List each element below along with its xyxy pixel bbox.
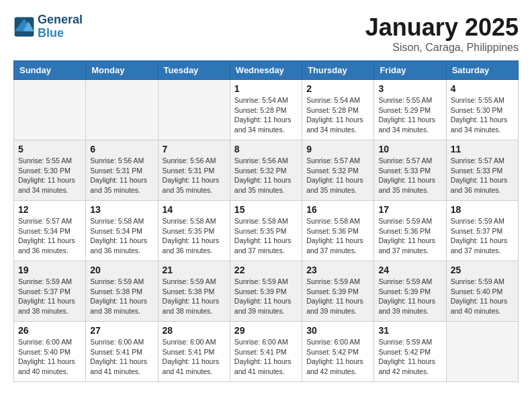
day-info: Sunrise: 5:56 AMSunset: 5:32 PMDaylight:… bbox=[234, 156, 298, 195]
month-title: January 2025 bbox=[365, 13, 519, 42]
day-number: 9 bbox=[306, 144, 369, 154]
day-info: Sunrise: 5:59 AMSunset: 5:37 PMDaylight:… bbox=[18, 277, 81, 316]
day-number: 18 bbox=[451, 204, 514, 215]
table-row: 13Sunrise: 5:58 AMSunset: 5:34 PMDayligh… bbox=[86, 201, 158, 261]
table-row: 26Sunrise: 6:00 AMSunset: 5:40 PMDayligh… bbox=[14, 322, 86, 382]
day-number: 31 bbox=[378, 325, 441, 336]
day-info: Sunrise: 5:59 AMSunset: 5:37 PMDaylight:… bbox=[451, 216, 514, 256]
day-number: 15 bbox=[234, 204, 298, 215]
day-info: Sunrise: 5:56 AMSunset: 5:31 PMDaylight:… bbox=[90, 156, 153, 195]
day-number: 21 bbox=[163, 265, 226, 275]
table-row: 6Sunrise: 5:56 AMSunset: 5:31 PMDaylight… bbox=[86, 140, 158, 201]
calendar-week-row: 1Sunrise: 5:54 AMSunset: 5:28 PMDaylight… bbox=[14, 80, 519, 140]
table-row: 30Sunrise: 6:00 AMSunset: 5:42 PMDayligh… bbox=[302, 322, 374, 382]
calendar-week-row: 19Sunrise: 5:59 AMSunset: 5:37 PMDayligh… bbox=[14, 261, 519, 322]
calendar-week-row: 12Sunrise: 5:57 AMSunset: 5:34 PMDayligh… bbox=[14, 201, 519, 261]
table-row: 7Sunrise: 5:56 AMSunset: 5:31 PMDaylight… bbox=[158, 140, 230, 201]
day-number: 24 bbox=[378, 265, 441, 275]
calendar: Sunday Monday Tuesday Wednesday Thursday… bbox=[13, 60, 519, 382]
logo-line1: General bbox=[38, 13, 83, 27]
table-row bbox=[86, 80, 158, 140]
day-number: 1 bbox=[234, 83, 298, 94]
day-number: 19 bbox=[18, 265, 81, 275]
table-row bbox=[158, 80, 230, 140]
table-row: 16Sunrise: 5:58 AMSunset: 5:36 PMDayligh… bbox=[302, 201, 374, 261]
day-number: 6 bbox=[90, 144, 153, 154]
day-number: 2 bbox=[306, 83, 369, 94]
title-section: January 2025 Sison, Caraga, Philippines bbox=[365, 13, 519, 54]
table-row: 22Sunrise: 5:59 AMSunset: 5:39 PMDayligh… bbox=[230, 261, 302, 322]
table-row bbox=[446, 322, 518, 382]
day-number: 4 bbox=[451, 83, 514, 94]
logo: General Blue bbox=[13, 13, 83, 40]
logo-icon bbox=[13, 16, 35, 38]
day-number: 27 bbox=[90, 325, 153, 336]
day-info: Sunrise: 5:57 AMSunset: 5:32 PMDaylight:… bbox=[306, 156, 369, 195]
day-info: Sunrise: 5:58 AMSunset: 5:35 PMDaylight:… bbox=[163, 216, 226, 256]
day-number: 29 bbox=[234, 325, 298, 336]
day-info: Sunrise: 5:57 AMSunset: 5:33 PMDaylight:… bbox=[378, 156, 441, 195]
day-info: Sunrise: 5:59 AMSunset: 5:39 PMDaylight:… bbox=[378, 277, 441, 316]
day-number: 5 bbox=[18, 144, 81, 154]
table-row: 29Sunrise: 6:00 AMSunset: 5:41 PMDayligh… bbox=[230, 322, 302, 382]
weekday-header-row: Sunday Monday Tuesday Wednesday Thursday… bbox=[14, 61, 519, 80]
day-info: Sunrise: 5:59 AMSunset: 5:36 PMDaylight:… bbox=[378, 216, 441, 256]
day-info: Sunrise: 5:57 AMSunset: 5:34 PMDaylight:… bbox=[18, 216, 81, 256]
table-row: 18Sunrise: 5:59 AMSunset: 5:37 PMDayligh… bbox=[446, 201, 518, 261]
table-row: 17Sunrise: 5:59 AMSunset: 5:36 PMDayligh… bbox=[374, 201, 446, 261]
day-number: 25 bbox=[451, 265, 514, 275]
day-number: 22 bbox=[234, 265, 298, 275]
day-info: Sunrise: 6:00 AMSunset: 5:42 PMDaylight:… bbox=[306, 337, 369, 377]
day-info: Sunrise: 6:00 AMSunset: 5:41 PMDaylight:… bbox=[90, 337, 153, 377]
table-row: 4Sunrise: 5:55 AMSunset: 5:30 PMDaylight… bbox=[446, 80, 518, 140]
day-number: 7 bbox=[163, 144, 226, 154]
table-row: 19Sunrise: 5:59 AMSunset: 5:37 PMDayligh… bbox=[14, 261, 86, 322]
day-info: Sunrise: 5:59 AMSunset: 5:38 PMDaylight:… bbox=[90, 277, 153, 316]
day-info: Sunrise: 5:56 AMSunset: 5:31 PMDaylight:… bbox=[163, 156, 226, 195]
table-row: 2Sunrise: 5:54 AMSunset: 5:28 PMDaylight… bbox=[302, 80, 374, 140]
table-row: 15Sunrise: 5:58 AMSunset: 5:35 PMDayligh… bbox=[230, 201, 302, 261]
table-row: 27Sunrise: 6:00 AMSunset: 5:41 PMDayligh… bbox=[86, 322, 158, 382]
day-info: Sunrise: 5:58 AMSunset: 5:35 PMDaylight:… bbox=[234, 216, 298, 256]
day-number: 16 bbox=[306, 204, 369, 215]
table-row: 5Sunrise: 5:55 AMSunset: 5:30 PMDaylight… bbox=[14, 140, 86, 201]
day-number: 28 bbox=[163, 325, 226, 336]
table-row: 9Sunrise: 5:57 AMSunset: 5:32 PMDaylight… bbox=[302, 140, 374, 201]
day-number: 17 bbox=[378, 204, 441, 215]
day-info: Sunrise: 5:55 AMSunset: 5:29 PMDaylight:… bbox=[378, 95, 441, 135]
day-info: Sunrise: 5:54 AMSunset: 5:28 PMDaylight:… bbox=[306, 95, 369, 135]
table-row: 23Sunrise: 5:59 AMSunset: 5:39 PMDayligh… bbox=[302, 261, 374, 322]
header: General Blue January 2025 Sison, Caraga,… bbox=[13, 13, 519, 54]
day-number: 14 bbox=[163, 204, 226, 215]
day-number: 12 bbox=[18, 204, 81, 215]
header-wednesday: Wednesday bbox=[230, 61, 302, 80]
table-row: 25Sunrise: 5:59 AMSunset: 5:40 PMDayligh… bbox=[446, 261, 518, 322]
day-number: 26 bbox=[18, 325, 81, 336]
day-info: Sunrise: 5:58 AMSunset: 5:36 PMDaylight:… bbox=[306, 216, 369, 256]
table-row: 14Sunrise: 5:58 AMSunset: 5:35 PMDayligh… bbox=[158, 201, 230, 261]
calendar-week-row: 5Sunrise: 5:55 AMSunset: 5:30 PMDaylight… bbox=[14, 140, 519, 201]
calendar-week-row: 26Sunrise: 6:00 AMSunset: 5:40 PMDayligh… bbox=[14, 322, 519, 382]
day-number: 20 bbox=[90, 265, 153, 275]
table-row: 3Sunrise: 5:55 AMSunset: 5:29 PMDaylight… bbox=[374, 80, 446, 140]
day-number: 10 bbox=[378, 144, 441, 154]
day-info: Sunrise: 5:57 AMSunset: 5:33 PMDaylight:… bbox=[451, 156, 514, 195]
header-sunday: Sunday bbox=[14, 61, 86, 80]
day-info: Sunrise: 6:00 AMSunset: 5:40 PMDaylight:… bbox=[18, 337, 81, 377]
day-info: Sunrise: 5:59 AMSunset: 5:42 PMDaylight:… bbox=[378, 337, 441, 377]
day-number: 3 bbox=[378, 83, 441, 94]
day-info: Sunrise: 6:00 AMSunset: 5:41 PMDaylight:… bbox=[163, 337, 226, 377]
day-info: Sunrise: 5:55 AMSunset: 5:30 PMDaylight:… bbox=[451, 95, 514, 135]
logo-line2: Blue bbox=[38, 26, 64, 40]
table-row: 28Sunrise: 6:00 AMSunset: 5:41 PMDayligh… bbox=[158, 322, 230, 382]
day-number: 30 bbox=[306, 325, 369, 336]
day-info: Sunrise: 5:58 AMSunset: 5:34 PMDaylight:… bbox=[90, 216, 153, 256]
day-info: Sunrise: 5:59 AMSunset: 5:39 PMDaylight:… bbox=[234, 277, 298, 316]
table-row: 11Sunrise: 5:57 AMSunset: 5:33 PMDayligh… bbox=[446, 140, 518, 201]
day-number: 11 bbox=[451, 144, 514, 154]
table-row bbox=[14, 80, 86, 140]
day-number: 13 bbox=[90, 204, 153, 215]
table-row: 12Sunrise: 5:57 AMSunset: 5:34 PMDayligh… bbox=[14, 201, 86, 261]
logo-text: General Blue bbox=[38, 13, 83, 40]
day-number: 8 bbox=[234, 144, 298, 154]
